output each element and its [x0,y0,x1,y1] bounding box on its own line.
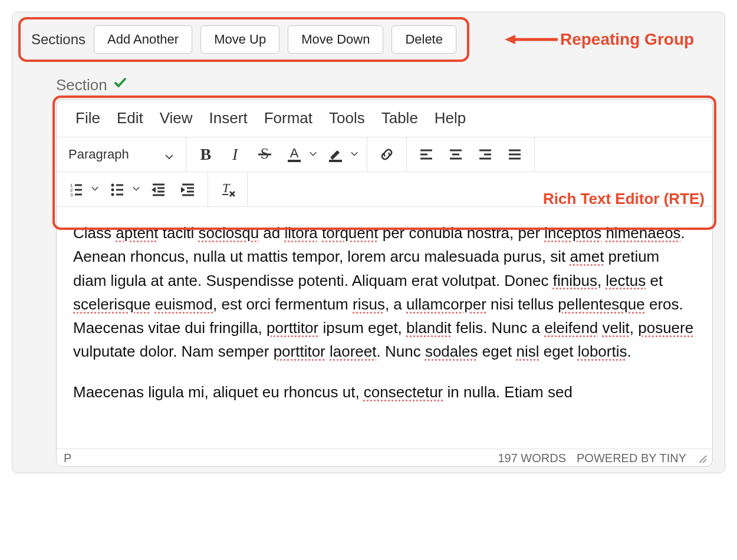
svg-rect-6 [329,160,342,162]
svg-line-45 [699,456,706,463]
arrow-left-icon [505,34,558,45]
editor-content[interactable]: Class aptent taciti sociosqu ad litora t… [57,207,712,449]
svg-rect-5 [288,160,301,162]
svg-point-27 [111,193,114,196]
editor-wrap: File Edit View Insert Format Tools Table… [56,99,713,467]
strikethrough-button[interactable]: S [252,142,277,167]
section-label-row: Section [56,76,713,94]
spacer [248,172,712,206]
content-paragraph[interactable]: Maecenas ligula mi, aliquet eu rhoncus u… [73,380,696,404]
svg-point-26 [111,189,114,192]
move-up-button[interactable]: Move Up [200,25,279,54]
svg-marker-35 [152,187,156,193]
chevron-down-icon [91,185,100,194]
outdent-button[interactable] [146,177,171,202]
chevron-down-icon [350,150,360,159]
menu-help[interactable]: Help [426,109,474,127]
text-color-icon: A [282,142,307,167]
menu-view[interactable]: View [152,109,201,127]
unordered-list-button[interactable] [105,177,142,202]
menu-edit[interactable]: Edit [108,109,152,127]
menu-tools[interactable]: Tools [321,109,373,127]
check-icon [113,76,127,94]
list-indent-group: 123 [57,172,208,206]
clear-formatting-button[interactable]: T [215,177,240,202]
rte-toolbar-row1: Paragraph B I S A [57,137,712,172]
italic-button[interactable]: I [223,142,248,167]
indent-button[interactable] [176,177,200,202]
menu-table[interactable]: Table [373,109,426,127]
content-paragraph[interactable]: Class aptent taciti sociosqu ad litora t… [73,221,696,364]
delete-button[interactable]: Delete [391,25,456,54]
topbar-wrap: Sections Add Another Move Up Move Down D… [18,17,713,62]
highlight-icon [323,142,348,167]
powered-by-label[interactable]: POWERED BY TINY [577,452,686,465]
svg-point-25 [111,184,114,187]
ordered-list-button[interactable]: 123 [64,177,100,202]
chevron-down-icon [132,185,142,194]
block-format-label: Paragraph [68,147,129,162]
menu-format[interactable]: Format [256,109,321,127]
svg-text:A: A [289,146,298,160]
align-right-button[interactable] [473,142,498,167]
clear-format-group: T [208,172,248,206]
align-group [407,137,535,172]
rte-menubar: File Edit View Insert Format Tools Table… [57,100,712,137]
callout-text: Repeating Group [560,30,694,49]
align-left-button[interactable] [414,142,439,167]
svg-marker-40 [181,187,185,193]
menu-insert[interactable]: Insert [201,109,256,127]
rte-editor: File Edit View Insert Format Tools Table… [56,99,713,467]
svg-text:3: 3 [70,192,73,197]
svg-text:T: T [222,180,231,195]
sections-field-label: Sections [31,31,85,48]
inline-format-group: B I S A [186,137,367,172]
unordered-list-icon [105,177,130,202]
svg-marker-1 [505,35,515,44]
link-button[interactable] [374,142,399,167]
chevron-down-icon [164,150,174,159]
block-format-select[interactable]: Paragraph [64,144,179,164]
rte-toolbar-row2: 123 T [57,172,712,207]
highlight-color-button[interactable] [323,142,360,167]
callout-arrow-repeating-group: Repeating Group [505,30,694,49]
form-panel: Sections Add Another Move Up Move Down D… [12,12,725,473]
word-count[interactable]: 197 WORDS [498,452,566,465]
text-color-button[interactable]: A [282,142,318,167]
align-justify-button[interactable] [502,142,527,167]
section-label: Section [56,76,107,94]
bold-button[interactable]: B [193,142,218,167]
svg-line-46 [703,459,706,463]
editor-statusbar: P 197 WORDS POWERED BY TINY [57,449,712,466]
spacer [535,137,712,172]
block-format-group: Paragraph [57,137,186,172]
repeating-group-controls: Sections Add Another Move Up Move Down D… [18,17,469,62]
align-center-button[interactable] [443,142,468,167]
ordered-list-icon: 123 [64,177,88,202]
add-another-button[interactable]: Add Another [94,25,192,54]
move-down-button[interactable]: Move Down [288,25,383,54]
menu-file[interactable]: File [67,109,108,127]
chevron-down-icon [309,150,318,159]
resize-handle-icon[interactable] [697,453,708,464]
element-path[interactable]: P [64,452,71,465]
link-group [367,137,407,172]
